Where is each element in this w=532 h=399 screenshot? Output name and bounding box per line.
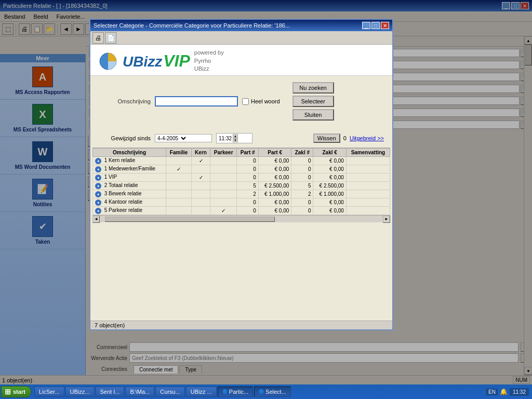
modal-close-btn[interactable]: ✕ [381, 22, 389, 29]
taskbar: ⊞ start LicSer... UBizz... Sent I... B:\… [0, 384, 532, 399]
row-icon: ● [95, 158, 101, 164]
search-form: Omschrijving Heel woord Nu zoeken Select… [90, 76, 392, 131]
omschrijving-row: Omschrijving Heel woord Nu zoeken Select… [99, 82, 384, 121]
start-label: start [13, 389, 25, 395]
modal-tb-export[interactable]: 📄 [105, 32, 116, 44]
horiz-scrollbar[interactable]: ◄ ► [92, 215, 390, 222]
logo-text-area: UBizz VIP [123, 51, 190, 71]
cell-samenvatting [346, 190, 390, 198]
cell-familie [166, 174, 192, 182]
taskbar-item-3[interactable]: B:\Ma... [125, 387, 154, 397]
modal-minimize-btn[interactable]: _ [362, 22, 370, 29]
modal-tb-print[interactable]: 🖨 [92, 32, 104, 44]
row-icon: ● [95, 183, 101, 189]
taskbar-item-4[interactable]: Cursu... [155, 387, 185, 397]
table-row[interactable]: ● 1 Kern relatie ✓ 0 € 0,00 0 € 0,00 [93, 157, 390, 165]
cell-zakl-n: 2 [291, 190, 313, 198]
logo-ubizz: UBizz [123, 54, 162, 70]
cell-familie [166, 182, 192, 190]
cell-part-n: 0 [237, 157, 258, 165]
taskbar-icon: 🔔 [500, 388, 508, 395]
taskbar-item-7[interactable]: 🔵 Select... [254, 387, 291, 397]
cell-parkeer [210, 190, 237, 198]
gewijzigd-label: Gewijzigd sinds [99, 135, 151, 141]
cell-samenvatting [346, 207, 390, 215]
time-spinners: ▲ ▼ [233, 134, 238, 142]
cell-part-e: € 0,00 [258, 157, 291, 165]
taskbar-item-5[interactable]: UBizz ... [186, 387, 217, 397]
cell-parkeer [210, 157, 237, 165]
cell-omschrijving: ● 2 Totaal relatie [93, 182, 166, 190]
cell-part-n: 2 [237, 190, 258, 198]
col-part-e: Part € [258, 149, 291, 157]
scroll-left-btn[interactable]: ◄ [92, 216, 100, 223]
taskbar-item-2[interactable]: Sent I... [96, 387, 125, 397]
date-value: 4-4-2005 [157, 136, 178, 141]
scroll-right-btn[interactable]: ► [383, 216, 390, 223]
object-count: 7 object(en) [90, 321, 392, 329]
cell-part-n: 0 [237, 207, 258, 215]
table-row[interactable]: ● 5 Parkeer relatie ✓ 0 € 0,00 0 € 0,00 [93, 207, 390, 215]
nu-zoeken-btn[interactable]: Nu zoeken [292, 82, 334, 94]
cell-omschrijving: ● 4 Kantoor relatie [93, 198, 166, 207]
cell-part-e: € 0,00 [258, 198, 291, 207]
table-row[interactable]: ● 2 Totaal relatie 5 € 2.500,00 5 € 2.50… [93, 182, 390, 190]
time-display: 11:32 [510, 388, 529, 396]
cell-zakl-e: € 0,00 [313, 207, 346, 215]
cell-kern [192, 190, 210, 198]
taskbar-item-1[interactable]: UBizz... [65, 387, 95, 397]
cell-part-n: 0 [237, 198, 258, 207]
col-zakl-n: Zakl # [291, 149, 313, 157]
action-buttons: Nu zoeken Selecteer Sluiten [292, 82, 334, 121]
results-scroll[interactable]: Omschrijving Familie Kern Parkeer Part #… [92, 148, 390, 215]
pyrrho-text: Pyrrho [194, 57, 224, 65]
cell-samenvatting [346, 157, 390, 165]
taskbar-item-0[interactable]: LicSer... [34, 387, 64, 397]
lang-badge: EN [486, 389, 498, 395]
taskbar-item-label-0: LicSer... [39, 389, 60, 395]
uitgebreid-link[interactable]: Uitgebreid >> [350, 135, 384, 141]
cell-zakl-n: 0 [291, 157, 313, 165]
cell-samenvatting [346, 182, 390, 190]
selecteer-btn[interactable]: Selecteer [292, 96, 334, 107]
modal-maximize-btn[interactable]: □ [371, 22, 380, 29]
ubizz-icon-7: 🔵 [259, 389, 264, 394]
horiz-scroll-track [100, 217, 383, 222]
date-input-wrapper: 4-4-2005 [155, 134, 212, 142]
cell-part-e: € 2.500,00 [258, 182, 291, 190]
modal-title-buttons: _ □ ✕ [362, 22, 389, 29]
wissen-area: Wissen 0 Uitgebreid >> [313, 134, 384, 143]
date-dropdown[interactable] [180, 135, 188, 141]
cell-part-e: € 1.000,00 [258, 190, 291, 198]
sluiten-btn[interactable]: Sluiten [292, 109, 334, 121]
results-container: Omschrijving Familie Kern Parkeer Part #… [92, 148, 390, 321]
cell-omschrijving: ● 3 Bewerk relatie [93, 190, 166, 198]
taskbar-item-label-5: UBizz ... [191, 389, 212, 395]
taskbar-item-label-2: Sent I... [100, 389, 120, 395]
table-row[interactable]: ● 4 Kantoor relatie 0 € 0,00 0 € 0,00 [93, 198, 390, 207]
time-input-wrapper: 11:32 ▲ ▼ [216, 133, 252, 143]
row-icon: ● [95, 191, 101, 197]
modal-dialog: Selecteer Categorie - Commerciële Catego… [89, 19, 393, 330]
cell-parkeer [210, 198, 237, 207]
date-filter-row: Gewijzigd sinds 4-4-2005 11:32 ▲ ▼ Wisse… [90, 131, 392, 148]
heel-woord-checkbox[interactable] [242, 98, 249, 105]
time-down-btn[interactable]: ▼ [233, 138, 238, 142]
cell-omschrijving: ● 5 Parkeer relatie [93, 207, 166, 215]
horiz-scroll-thumb[interactable] [105, 217, 275, 222]
table-row[interactable]: ● 3 Bewerk relatie 2 € 1.000,00 2 € 1.00… [93, 190, 390, 198]
heel-woord-label: Heel woord [251, 98, 280, 104]
table-row[interactable]: ● 1 VIP ✓ 0 € 0,00 0 € 0,00 [93, 174, 390, 182]
time-up-btn[interactable]: ▲ [233, 134, 238, 138]
taskbar-item-6[interactable]: 🔵 Partic... [218, 387, 253, 397]
cell-zakl-n: 0 [291, 207, 313, 215]
table-row[interactable]: ● 1 Medewerker/Familie ✓ 0 € 0,00 0 € 0,… [93, 165, 390, 174]
cell-kern: ✓ [192, 174, 210, 182]
start-button[interactable]: ⊞ start [1, 386, 31, 397]
heel-woord-check: Heel woord [242, 98, 280, 105]
cell-zakl-n: 0 [291, 198, 313, 207]
omschrijving-input[interactable] [155, 96, 238, 107]
wissen-btn[interactable]: Wissen [313, 134, 340, 143]
cell-zakl-e: € 0,00 [313, 174, 346, 182]
taskbar-item-label-1: UBizz... [70, 389, 90, 395]
